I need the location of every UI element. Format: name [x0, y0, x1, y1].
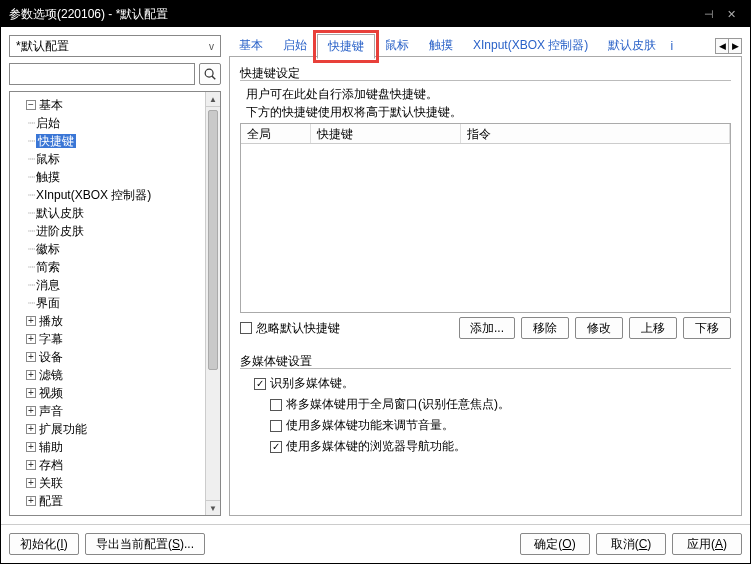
tree-node-root[interactable]: −基本 — [14, 96, 204, 114]
tree-node-徽标[interactable]: ┈徽标 — [14, 240, 204, 258]
scroll-down-icon[interactable]: ▼ — [206, 500, 220, 515]
tree-node-设备[interactable]: +设备 — [14, 348, 204, 366]
tree-node-默认皮肤[interactable]: ┈默认皮肤 — [14, 204, 204, 222]
ignore-default-checkbox[interactable]: 忽略默认快捷键 — [240, 320, 340, 337]
tree-node-扩展功能[interactable]: +扩展功能 — [14, 420, 204, 438]
scroll-thumb[interactable] — [208, 110, 218, 370]
window-title: 参数选项(220106) - *默认配置 — [9, 6, 168, 23]
global-focus-checkbox[interactable]: 将多媒体键用于全局窗口(识别任意焦点)。 — [270, 396, 731, 413]
search-input[interactable] — [9, 63, 195, 85]
col-command[interactable]: 指令 — [461, 124, 730, 143]
tab-启始[interactable]: 启始 — [273, 34, 317, 57]
svg-line-1 — [212, 76, 215, 79]
category-tree[interactable]: −基本┈启始┈快捷键┈鼠标┈触摸┈XInput(XBOX 控制器)┈默认皮肤┈进… — [9, 91, 221, 516]
ok-button[interactable]: 确定(O) — [520, 533, 590, 555]
tab-默认皮肤[interactable]: 默认皮肤 — [598, 34, 666, 57]
col-global[interactable]: 全局 — [241, 124, 311, 143]
cancel-button[interactable]: 取消(C) — [596, 533, 666, 555]
tabs-scroll-right[interactable]: ▶ — [728, 38, 742, 54]
adjust-volume-checkbox[interactable]: 使用多媒体键功能来调节音量。 — [270, 417, 731, 434]
titlebar: 参数选项(220106) - *默认配置 ⊣ ✕ — [1, 1, 750, 27]
tree-node-进阶皮肤[interactable]: ┈进阶皮肤 — [14, 222, 204, 240]
move-up-button[interactable]: 上移 — [629, 317, 677, 339]
tree-node-消息[interactable]: ┈消息 — [14, 276, 204, 294]
browser-nav-checkbox[interactable]: ✓ 使用多媒体键的浏览器导航功能。 — [270, 438, 731, 455]
tree-node-鼠标[interactable]: ┈鼠标 — [14, 150, 204, 168]
tree-node-存档[interactable]: +存档 — [14, 456, 204, 474]
tree-node-XInput(XBOX 控制器)[interactable]: ┈XInput(XBOX 控制器) — [14, 186, 204, 204]
tab-快捷键[interactable]: 快捷键 — [317, 34, 375, 59]
tree-node-触摸[interactable]: ┈触摸 — [14, 168, 204, 186]
media-keys-group: 多媒体键设置 ✓ 识别多媒体键。 将多媒体键用于全局窗口(识别任意焦点)。 使用… — [240, 353, 731, 455]
tree-node-界面[interactable]: ┈界面 — [14, 294, 204, 312]
tree-node-播放[interactable]: +播放 — [14, 312, 204, 330]
tree-scrollbar[interactable]: ▲ ▼ — [205, 92, 220, 515]
profile-combo-value: *默认配置 — [16, 38, 69, 55]
col-shortcut[interactable]: 快捷键 — [311, 124, 461, 143]
tree-node-声音[interactable]: +声音 — [14, 402, 204, 420]
global-focus-label: 将多媒体键用于全局窗口(识别任意焦点)。 — [286, 396, 510, 413]
tree-node-简索[interactable]: ┈简索 — [14, 258, 204, 276]
tab-strip: 基本启始快捷键鼠标触摸XInput(XBOX 控制器)默认皮肤i ◀ ▶ — [229, 35, 742, 57]
adjust-volume-label: 使用多媒体键功能来调节音量。 — [286, 417, 454, 434]
tree-node-启始[interactable]: ┈启始 — [14, 114, 204, 132]
add-button[interactable]: 添加... — [459, 317, 515, 339]
profile-combo[interactable]: *默认配置 v — [9, 35, 221, 57]
apply-button[interactable]: 应用(A) — [672, 533, 742, 555]
initialize-button[interactable]: 初始化(I) — [9, 533, 79, 555]
search-icon — [203, 67, 217, 81]
move-down-button[interactable]: 下移 — [683, 317, 731, 339]
scroll-up-icon[interactable]: ▲ — [206, 92, 220, 107]
tree-node-滤镜[interactable]: +滤镜 — [14, 366, 204, 384]
recognize-media-checkbox[interactable]: ✓ 识别多媒体键。 — [254, 375, 731, 392]
shortcut-desc-2: 下方的快捷键使用权将高于默认快捷键。 — [246, 105, 462, 119]
tab-XInput(XBOX 控制器)[interactable]: XInput(XBOX 控制器) — [463, 34, 598, 57]
shortcut-desc-1: 用户可在此处自行添加键盘快捷键。 — [246, 87, 438, 101]
svg-point-0 — [205, 69, 213, 77]
edit-button[interactable]: 修改 — [575, 317, 623, 339]
remove-button[interactable]: 移除 — [521, 317, 569, 339]
tab-overflow[interactable]: i — [666, 36, 675, 56]
shortcut-group: 快捷键设定 用户可在此处自行添加键盘快捷键。 下方的快捷键使用权将高于默认快捷键… — [240, 65, 731, 339]
search-button[interactable] — [199, 63, 221, 85]
chevron-down-icon: v — [209, 41, 214, 52]
recognize-media-label: 识别多媒体键。 — [270, 375, 354, 392]
close-icon[interactable]: ✕ — [720, 8, 742, 21]
tabs-scroll-left[interactable]: ◀ — [715, 38, 729, 54]
tree-node-快捷键[interactable]: ┈快捷键 — [14, 132, 204, 150]
browser-nav-label: 使用多媒体键的浏览器导航功能。 — [286, 438, 466, 455]
tab-鼠标[interactable]: 鼠标 — [375, 34, 419, 57]
export-config-button[interactable]: 导出当前配置(S)... — [85, 533, 205, 555]
tab-基本[interactable]: 基本 — [229, 34, 273, 57]
pin-icon[interactable]: ⊣ — [698, 8, 720, 21]
tree-node-视频[interactable]: +视频 — [14, 384, 204, 402]
tree-node-配置[interactable]: +配置 — [14, 492, 204, 510]
ignore-default-label: 忽略默认快捷键 — [256, 320, 340, 337]
tree-node-辅助[interactable]: +辅助 — [14, 438, 204, 456]
tree-node-字幕[interactable]: +字幕 — [14, 330, 204, 348]
tree-node-关联[interactable]: +关联 — [14, 474, 204, 492]
tab-触摸[interactable]: 触摸 — [419, 34, 463, 57]
shortcut-list[interactable]: 全局 快捷键 指令 — [240, 123, 731, 313]
